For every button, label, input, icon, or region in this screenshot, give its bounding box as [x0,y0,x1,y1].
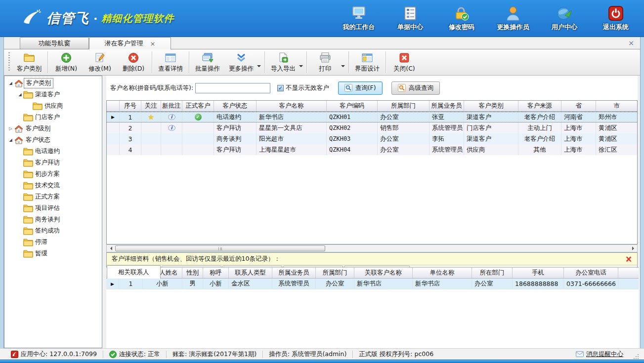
toolbar-grip[interactable] [8,52,10,72]
tree-node-签约成功[interactable]: 签约成功 [4,225,102,237]
advanced-query-button[interactable]: 高级查询 [391,81,440,95]
query-button[interactable]: 查询(F) [338,81,383,95]
scroll-right-arrow-icon[interactable] [629,245,637,252]
toolbar-button-add[interactable]: 新增(N) [49,50,83,74]
toolbar-button-folder[interactable]: 客户类别 [12,50,46,74]
checkbox-check-icon[interactable]: ✓ [277,85,284,91]
tree-node-停滞[interactable]: 停滞 [4,237,102,248]
table-row[interactable]: 3商务谈判阳光超市QZKH03办公室李拓渠道客户老客户介绍上海市黄浦区 [107,133,637,144]
tab-close-icon[interactable]: × [150,40,156,47]
tree-node-商务谈判[interactable]: 商务谈判 [4,214,102,225]
column-header-company[interactable]: 单位名称 [413,268,472,278]
tree-node-客户拜访[interactable]: 客户拜访 [4,157,102,168]
column-header-title[interactable]: 称呼 [203,268,229,278]
table-row[interactable]: ▶1★i✓电话邀约新华书店QZKH01办公室张亚渠道客户老客户介绍河南省郑州市 [107,112,637,122]
column-header-code[interactable]: 客户编码 [327,101,378,111]
tree-node-项目评估[interactable]: 项目评估 [4,202,102,214]
toolbar-button-close[interactable]: 关闭(C) [387,50,421,74]
window-frame-right [640,37,644,363]
tree-node-渠道客户[interactable]: ◢渠道客户 [4,89,102,100]
nav-user-center[interactable]: 用户中心 [545,5,584,32]
cell-in_dept: 办公室 [472,279,513,289]
tree-node-门店客户[interactable]: 门店客户 [4,112,102,123]
globe-icon [557,5,572,22]
column-header-gender[interactable]: 性别 [182,268,203,278]
tab-nav-window[interactable]: 功能导航窗 [20,37,89,49]
cell-province: 上海市 [561,133,596,144]
column-header-office[interactable]: 办公室电话 [564,268,618,278]
column-header-mobile[interactable]: 手机 [513,268,564,278]
column-header-type[interactable]: 联系人类型 [229,268,272,278]
nav-documents-label: 单据中心 [397,23,423,32]
resize-grip[interactable] [633,354,639,360]
column-header-customer[interactable]: 关联客户名称 [354,268,413,278]
column-header-category[interactable]: 客户类别 [464,101,518,111]
column-header-dept[interactable]: 所属部门 [378,101,429,111]
tree-node-电话邀约[interactable]: 电话邀约 [4,146,102,157]
tree-expander-icon[interactable]: ◢ [7,81,14,85]
tree-node-技术交流[interactable]: 技术交流 [4,180,102,191]
statusbar-item-5[interactable]: 消息提醒中心 [570,350,629,359]
cell-category: 渠道客户 [464,133,518,144]
column-header-seq[interactable]: 序号 [120,101,141,111]
tree-node-客户状态[interactable]: ◢客户状态 [4,134,102,146]
column-header-city[interactable]: 市 [596,101,638,111]
toolbar-button-edit[interactable]: 修改(M) [83,50,117,74]
tree-node-客户类别[interactable]: ◢客户类别 [4,78,102,89]
toolbar-button-import-export[interactable]: 导入导出 [266,50,300,74]
nav-workbench[interactable]: 我的工作台 [340,5,378,32]
column-header-salesman[interactable]: 所属业务员 [272,268,316,278]
dropdown-caret-icon[interactable] [299,65,303,69]
tree-node-正式方案[interactable]: 正式方案 [4,191,102,202]
tab-potential-customers[interactable]: 潜在客户管理× [89,37,171,49]
toolbar-separator [306,51,307,73]
toolbar-button-details[interactable]: 查看详情 [154,50,187,74]
nav-switch-operator[interactable]: 更换操作员 [494,5,532,32]
column-header-salesman[interactable]: 所属业务员 [429,101,464,111]
column-header-formal[interactable]: 正式客户 [182,101,214,111]
column-header-dept[interactable]: 所属部门 [316,268,354,278]
tree-expander-icon[interactable]: ▷ [7,126,14,131]
toolbar-button-delete[interactable]: 删除(D) [117,50,150,74]
search-magnifier-blue-icon [344,84,352,92]
tree-node-label: 客户拜访 [33,158,62,167]
detail-tab-相关联系人[interactable]: 相关联系人 [107,265,161,279]
toolbar-button-print[interactable]: 打印 [308,50,342,74]
column-header-name[interactable]: 客户名称 [257,101,327,111]
customer-grid-hscrollbar[interactable] [106,244,638,252]
tree-node-供应商[interactable]: 供应商 [4,100,102,112]
scrollbar-thumb[interactable] [115,245,325,251]
toolbar-button-design[interactable]: 界面设计 [350,50,384,74]
detail-close-icon[interactable]: × [625,255,632,263]
tabstrip-close-icon[interactable]: × [628,39,634,47]
scroll-left-arrow-icon[interactable] [107,245,115,252]
dropdown-caret-icon[interactable] [257,65,261,69]
nav-exit[interactable]: 退出系统 [597,5,635,32]
tree-node-label: 渠道客户 [33,90,62,99]
tree-expander-icon[interactable]: ◢ [7,138,14,142]
column-header-star[interactable]: 关注 [141,101,161,111]
app-icon [11,351,18,358]
column-header-note[interactable]: 新批注 [161,101,182,111]
column-header-source[interactable]: 客户来源 [518,101,561,111]
dropdown-caret-icon[interactable] [341,65,345,69]
nav-documents[interactable]: 单据中心 [391,5,429,32]
cell-note [161,144,182,155]
toolbar-button-more[interactable]: 更多操作 [224,50,258,74]
column-header-province[interactable]: 省 [561,101,596,111]
tree-node-客户级别[interactable]: ▷客户级别 [4,123,102,134]
table-row[interactable]: ▶1小新男小新金水区系统管理员办公室新华书店新华书店办公室18688888888… [106,279,639,289]
column-header-in_dept[interactable]: 所在部门 [472,268,513,278]
tree-node-初步方案[interactable]: 初步方案 [4,168,102,180]
search-input[interactable] [195,83,270,93]
tree-expander-icon[interactable]: ◢ [17,92,23,97]
detail-title: 客户详细资料（销售机会、回访等仅显示最近的10条记录）： [112,255,280,263]
toolbar-button-batch[interactable]: 批量操作 [191,50,224,74]
tree-node-暂缓[interactable]: 暂缓 [4,248,102,259]
table-row[interactable]: 2i客户拜访星星第一文具店QZKH02销售部系统管理员门店客户主动上门上海市黄浦… [107,122,637,133]
column-header-status[interactable]: 客户状态 [214,101,257,111]
hide-invalid-checkbox[interactable]: ✓ 不显示无效客户 [277,84,329,92]
table-row[interactable]: 4客户拜访上海星星超市QZKH04办公室系统管理员供应商其他上海市徐汇区 [107,144,637,155]
nav-password[interactable]: 修改密码 [442,5,481,32]
status-bar: 应用中心: 127.0.0.1:7099连接状态: 正常账套: 演示账套(201… [0,348,644,360]
